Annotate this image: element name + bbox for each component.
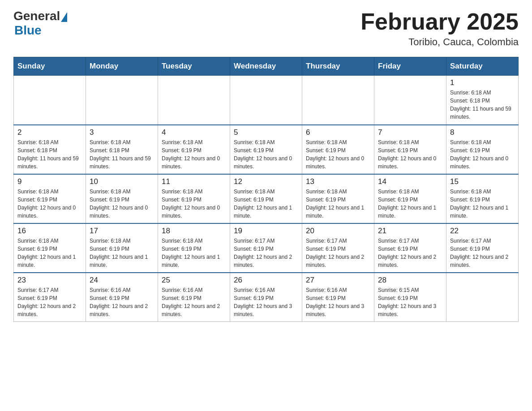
day-info: Sunrise: 6:18 AM Sunset: 6:19 PM Dayligh… [450, 188, 515, 220]
day-info: Sunrise: 6:18 AM Sunset: 6:19 PM Dayligh… [306, 188, 370, 220]
day-info: Sunrise: 6:16 AM Sunset: 6:19 PM Dayligh… [234, 286, 298, 318]
calendar-cell: 3Sunrise: 6:18 AM Sunset: 6:18 PM Daylig… [86, 125, 158, 174]
calendar-cell: 10Sunrise: 6:18 AM Sunset: 6:19 PM Dayli… [86, 174, 158, 223]
calendar-cell: 14Sunrise: 6:18 AM Sunset: 6:19 PM Dayli… [374, 174, 446, 223]
calendar-title: February 2025 [360, 9, 519, 34]
calendar-week-row: 16Sunrise: 6:18 AM Sunset: 6:19 PM Dayli… [14, 223, 519, 273]
calendar-cell: 21Sunrise: 6:17 AM Sunset: 6:19 PM Dayli… [374, 223, 446, 273]
day-info: Sunrise: 6:18 AM Sunset: 6:19 PM Dayligh… [17, 188, 82, 220]
calendar-cell: 7Sunrise: 6:18 AM Sunset: 6:19 PM Daylig… [374, 125, 446, 174]
day-number: 3 [90, 128, 154, 137]
day-number: 6 [306, 128, 370, 137]
day-number: 24 [90, 276, 154, 285]
day-info: Sunrise: 6:18 AM Sunset: 6:19 PM Dayligh… [450, 138, 515, 171]
day-number: 15 [450, 177, 515, 186]
logo-text-general: General [13, 9, 60, 23]
day-number: 11 [162, 177, 226, 186]
calendar-header-saturday: Saturday [446, 57, 519, 76]
day-info: Sunrise: 6:17 AM Sunset: 6:19 PM Dayligh… [17, 286, 82, 318]
day-info: Sunrise: 6:18 AM Sunset: 6:19 PM Dayligh… [378, 188, 442, 220]
day-number: 1 [450, 78, 515, 87]
day-number: 2 [17, 128, 82, 137]
day-number: 8 [450, 128, 515, 137]
calendar-table: SundayMondayTuesdayWednesdayThursdayFrid… [13, 57, 519, 322]
calendar-cell: 1Sunrise: 6:18 AM Sunset: 6:18 PM Daylig… [446, 76, 519, 125]
day-info: Sunrise: 6:16 AM Sunset: 6:19 PM Dayligh… [90, 286, 154, 318]
day-info: Sunrise: 6:18 AM Sunset: 6:19 PM Dayligh… [306, 138, 370, 171]
calendar-header-sunday: Sunday [14, 57, 86, 76]
calendar-week-row: 9Sunrise: 6:18 AM Sunset: 6:19 PM Daylig… [14, 174, 519, 223]
calendar-cell: 6Sunrise: 6:18 AM Sunset: 6:19 PM Daylig… [302, 125, 374, 174]
calendar-cell [14, 76, 86, 125]
calendar-cell: 9Sunrise: 6:18 AM Sunset: 6:19 PM Daylig… [14, 174, 86, 223]
day-number: 14 [378, 177, 442, 186]
calendar-cell: 27Sunrise: 6:16 AM Sunset: 6:19 PM Dayli… [302, 273, 374, 322]
calendar-cell: 28Sunrise: 6:15 AM Sunset: 6:19 PM Dayli… [374, 273, 446, 322]
logo-triangle-icon [61, 12, 67, 22]
day-number: 9 [17, 177, 82, 186]
title-block: February 2025 Toribio, Cauca, Colombia [360, 9, 519, 48]
page-header: General Blue February 2025 Toribio, Cauc… [13, 9, 519, 48]
calendar-cell: 23Sunrise: 6:17 AM Sunset: 6:19 PM Dayli… [14, 273, 86, 322]
calendar-header-row: SundayMondayTuesdayWednesdayThursdayFrid… [14, 57, 519, 76]
calendar-week-row: 1Sunrise: 6:18 AM Sunset: 6:18 PM Daylig… [14, 76, 519, 125]
calendar-cell: 5Sunrise: 6:18 AM Sunset: 6:19 PM Daylig… [230, 125, 302, 174]
day-info: Sunrise: 6:17 AM Sunset: 6:19 PM Dayligh… [450, 237, 515, 269]
day-info: Sunrise: 6:15 AM Sunset: 6:19 PM Dayligh… [378, 286, 442, 318]
calendar-week-row: 2Sunrise: 6:18 AM Sunset: 6:18 PM Daylig… [14, 125, 519, 174]
day-number: 5 [234, 128, 298, 137]
calendar-cell: 26Sunrise: 6:16 AM Sunset: 6:19 PM Dayli… [230, 273, 302, 322]
calendar-subtitle: Toribio, Cauca, Colombia [360, 36, 519, 48]
day-info: Sunrise: 6:18 AM Sunset: 6:19 PM Dayligh… [90, 188, 154, 220]
day-number: 25 [162, 276, 226, 285]
calendar-cell: 19Sunrise: 6:17 AM Sunset: 6:19 PM Dayli… [230, 223, 302, 273]
calendar-cell [230, 76, 302, 125]
day-number: 27 [306, 276, 370, 285]
calendar-cell: 11Sunrise: 6:18 AM Sunset: 6:19 PM Dayli… [158, 174, 230, 223]
day-info: Sunrise: 6:18 AM Sunset: 6:18 PM Dayligh… [450, 89, 515, 121]
calendar-header-thursday: Thursday [302, 57, 374, 76]
day-info: Sunrise: 6:18 AM Sunset: 6:19 PM Dayligh… [162, 138, 226, 171]
day-info: Sunrise: 6:17 AM Sunset: 6:19 PM Dayligh… [306, 237, 370, 269]
day-number: 19 [234, 227, 298, 235]
day-number: 7 [378, 128, 442, 137]
calendar-cell: 25Sunrise: 6:16 AM Sunset: 6:19 PM Dayli… [158, 273, 230, 322]
day-info: Sunrise: 6:18 AM Sunset: 6:19 PM Dayligh… [234, 188, 298, 220]
day-number: 17 [90, 227, 154, 235]
calendar-cell [302, 76, 374, 125]
day-info: Sunrise: 6:18 AM Sunset: 6:19 PM Dayligh… [378, 138, 442, 171]
day-info: Sunrise: 6:16 AM Sunset: 6:19 PM Dayligh… [162, 286, 226, 318]
day-info: Sunrise: 6:18 AM Sunset: 6:19 PM Dayligh… [162, 188, 226, 220]
calendar-week-row: 23Sunrise: 6:17 AM Sunset: 6:19 PM Dayli… [14, 273, 519, 322]
day-info: Sunrise: 6:18 AM Sunset: 6:19 PM Dayligh… [234, 138, 298, 171]
calendar-cell: 13Sunrise: 6:18 AM Sunset: 6:19 PM Dayli… [302, 174, 374, 223]
day-number: 10 [90, 177, 154, 186]
calendar-cell: 16Sunrise: 6:18 AM Sunset: 6:19 PM Dayli… [14, 223, 86, 273]
calendar-cell: 24Sunrise: 6:16 AM Sunset: 6:19 PM Dayli… [86, 273, 158, 322]
calendar-header-friday: Friday [374, 57, 446, 76]
day-number: 21 [378, 227, 442, 235]
calendar-cell [86, 76, 158, 125]
calendar-cell [374, 76, 446, 125]
logo-text-blue: Blue [14, 23, 42, 38]
calendar-header-wednesday: Wednesday [230, 57, 302, 76]
day-number: 20 [306, 227, 370, 235]
calendar-header-tuesday: Tuesday [158, 57, 230, 76]
day-info: Sunrise: 6:18 AM Sunset: 6:19 PM Dayligh… [17, 237, 82, 269]
calendar-cell: 17Sunrise: 6:18 AM Sunset: 6:19 PM Dayli… [86, 223, 158, 273]
day-number: 12 [234, 177, 298, 186]
calendar-cell [158, 76, 230, 125]
calendar-cell: 12Sunrise: 6:18 AM Sunset: 6:19 PM Dayli… [230, 174, 302, 223]
calendar-cell: 15Sunrise: 6:18 AM Sunset: 6:19 PM Dayli… [446, 174, 519, 223]
calendar-cell: 4Sunrise: 6:18 AM Sunset: 6:19 PM Daylig… [158, 125, 230, 174]
day-number: 16 [17, 227, 82, 235]
day-info: Sunrise: 6:16 AM Sunset: 6:19 PM Dayligh… [306, 286, 370, 318]
day-info: Sunrise: 6:17 AM Sunset: 6:19 PM Dayligh… [234, 237, 298, 269]
day-info: Sunrise: 6:18 AM Sunset: 6:18 PM Dayligh… [17, 138, 82, 171]
day-info: Sunrise: 6:17 AM Sunset: 6:19 PM Dayligh… [378, 237, 442, 269]
calendar-cell: 18Sunrise: 6:18 AM Sunset: 6:19 PM Dayli… [158, 223, 230, 273]
calendar-cell: 2Sunrise: 6:18 AM Sunset: 6:18 PM Daylig… [14, 125, 86, 174]
day-number: 22 [450, 227, 515, 235]
day-info: Sunrise: 6:18 AM Sunset: 6:19 PM Dayligh… [162, 237, 226, 269]
calendar-cell: 22Sunrise: 6:17 AM Sunset: 6:19 PM Dayli… [446, 223, 519, 273]
